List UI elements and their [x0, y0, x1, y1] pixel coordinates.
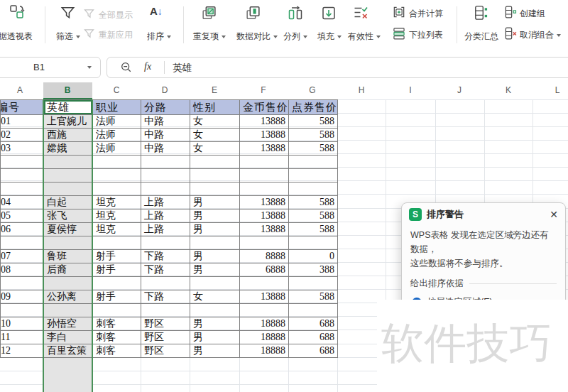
- cell-id[interactable]: 01: [1, 115, 44, 129]
- header-cell-voucher[interactable]: 点券售价: [289, 100, 338, 115]
- validity-button[interactable]: 有效性: [344, 31, 385, 43]
- cell-lane[interactable]: 中路: [141, 129, 190, 142]
- table-row[interactable]: 09 公孙离 射手 下路 女 13888 588: [1, 290, 338, 304]
- cell-job[interactable]: 坦克: [93, 209, 141, 223]
- cell-id[interactable]: 05: [1, 209, 44, 223]
- cell-lane[interactable]: 下路: [141, 290, 190, 304]
- table-row[interactable]: 05 张飞 坦克 上路 男 13888 588: [1, 209, 338, 223]
- data-table[interactable]: 编号 英雄 职业 分路 性别 金币售价 点券售价 01 上官婉儿 法师 中路 女: [0, 99, 338, 358]
- cell-voucher[interactable]: 588: [289, 290, 338, 304]
- cell-gender[interactable]: 女: [190, 129, 240, 142]
- table-row[interactable]: [1, 183, 338, 196]
- cell-gender[interactable]: 男: [190, 344, 240, 358]
- cell-job[interactable]: 坦克: [93, 223, 141, 236]
- active-cell-b1[interactable]: 英雄: [44, 100, 93, 115]
- cell-lane[interactable]: [141, 156, 190, 169]
- cell-gold[interactable]: 13888: [240, 290, 289, 304]
- cell-voucher[interactable]: 688: [289, 344, 338, 358]
- cell-gold[interactable]: 18888: [240, 331, 289, 344]
- cell-lane[interactable]: 中路: [141, 142, 190, 156]
- table-row[interactable]: 07 鲁班 射手 下路 男 8888 0: [1, 250, 338, 263]
- cell-gender[interactable]: 男: [190, 331, 240, 344]
- fx-icon[interactable]: fx: [144, 61, 151, 72]
- cell-hero[interactable]: 孙悟空: [44, 317, 93, 331]
- cell-gold[interactable]: 18888: [240, 317, 289, 331]
- cell-voucher[interactable]: 388: [289, 263, 338, 277]
- close-icon[interactable]: ✕: [550, 209, 558, 219]
- formula-input[interactable]: fx 英雄: [106, 57, 568, 78]
- table-row[interactable]: 10 孙悟空 刺客 野区 男 18888 688: [1, 317, 338, 331]
- dropdown-list-button[interactable]: 下拉列表: [409, 29, 443, 41]
- cell-gold[interactable]: 13888: [240, 115, 289, 129]
- cell-lane[interactable]: [141, 304, 190, 317]
- cell-voucher[interactable]: [289, 236, 338, 250]
- cell-gold[interactable]: 18888: [240, 344, 289, 358]
- cell-gender[interactable]: 男: [190, 250, 240, 263]
- cell-hero[interactable]: 西施: [44, 129, 93, 142]
- cell-id[interactable]: 04: [1, 196, 44, 209]
- table-row[interactable]: [1, 277, 338, 290]
- cell-gold[interactable]: 13888: [240, 209, 289, 223]
- header-cell-lane[interactable]: 分路: [141, 100, 190, 115]
- cell-voucher[interactable]: [289, 304, 338, 317]
- cell-voucher[interactable]: 588: [289, 129, 338, 142]
- cell-voucher[interactable]: [289, 156, 338, 169]
- reapply-button[interactable]: 重新应用: [99, 29, 133, 41]
- cell-gold[interactable]: 6888: [240, 263, 289, 277]
- cell-lane[interactable]: 上路: [141, 196, 190, 209]
- cell-hero[interactable]: 鲁班: [44, 250, 93, 263]
- cell-hero[interactable]: 公孙离: [44, 290, 93, 304]
- cell-job[interactable]: 射手: [93, 263, 141, 277]
- cell-voucher[interactable]: [289, 169, 338, 183]
- cell-lane[interactable]: 上路: [141, 209, 190, 223]
- column-header-f[interactable]: F: [253, 85, 274, 95]
- cell-lane[interactable]: 下路: [141, 250, 190, 263]
- column-header-g[interactable]: G: [302, 85, 323, 95]
- split-columns-button[interactable]: 分列: [278, 31, 312, 43]
- cell-job[interactable]: 坦克: [93, 196, 141, 209]
- pivot-table-button[interactable]: 据透视表: [0, 31, 33, 43]
- name-box[interactable]: B1: [0, 57, 101, 78]
- cell-gender[interactable]: 女: [190, 142, 240, 156]
- cell-job[interactable]: 法师: [93, 142, 141, 156]
- cell-gender[interactable]: 男: [190, 317, 240, 331]
- show-all-button[interactable]: 全部显示: [99, 9, 133, 21]
- filter-button[interactable]: 筛选: [51, 31, 85, 43]
- cell-job[interactable]: [93, 236, 141, 250]
- cell-id[interactable]: 07: [1, 250, 44, 263]
- cell-job[interactable]: 射手: [93, 250, 141, 263]
- cell-job[interactable]: [93, 169, 141, 183]
- cell-id[interactable]: 12: [1, 344, 44, 358]
- column-header-j[interactable]: J: [449, 85, 470, 95]
- cell-id[interactable]: 09: [1, 290, 44, 304]
- cell-job[interactable]: [93, 277, 141, 290]
- header-cell-id[interactable]: 编号: [1, 100, 44, 115]
- cell-hero[interactable]: [44, 169, 93, 183]
- cell-gender[interactable]: [190, 236, 240, 250]
- column-header-b[interactable]: B: [57, 85, 78, 95]
- cell-id[interactable]: 02: [1, 129, 44, 142]
- cell-hero[interactable]: 后裔: [44, 263, 93, 277]
- cell-hero[interactable]: [44, 183, 93, 196]
- create-group-button[interactable]: 创建组: [520, 8, 545, 20]
- cell-hero[interactable]: 嫦娥: [44, 142, 93, 156]
- cell-id[interactable]: [1, 277, 44, 290]
- chevron-down-icon[interactable]: [87, 66, 92, 69]
- column-header-e[interactable]: E: [204, 85, 225, 95]
- cell-id[interactable]: [1, 304, 44, 317]
- cell-voucher[interactable]: 0: [289, 250, 338, 263]
- cell-lane[interactable]: [141, 183, 190, 196]
- column-header-h[interactable]: H: [351, 85, 372, 95]
- table-row[interactable]: 11 李白 刺客 野区 男 18888 688: [1, 331, 338, 344]
- cell-voucher[interactable]: 588: [289, 196, 338, 209]
- cell-gender[interactable]: [190, 277, 240, 290]
- cell-gender[interactable]: [190, 156, 240, 169]
- cell-gender[interactable]: 男: [190, 209, 240, 223]
- cell-voucher[interactable]: [289, 277, 338, 290]
- cell-lane[interactable]: [141, 169, 190, 183]
- table-row[interactable]: 08 后裔 射手 下路 男 6888 388: [1, 263, 338, 277]
- cell-hero[interactable]: [44, 236, 93, 250]
- cell-hero[interactable]: 李白: [44, 331, 93, 344]
- table-row[interactable]: [1, 156, 338, 169]
- cell-gold[interactable]: 8888: [240, 250, 289, 263]
